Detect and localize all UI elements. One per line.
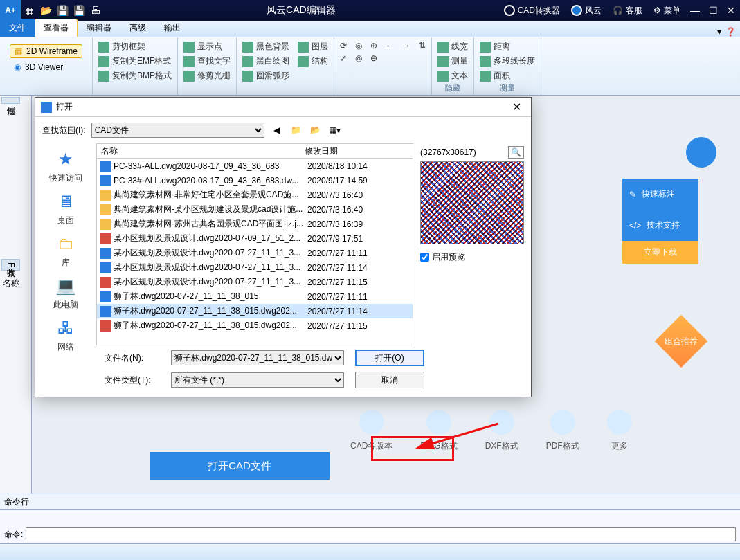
side-quick-access[interactable]: ★快速访问	[49, 149, 82, 184]
ribbon-copy-bmp[interactable]: 复制为BMP格式	[98, 69, 172, 82]
fmt-cad[interactable]: CAD各版本	[350, 410, 392, 452]
file-row[interactable]: 狮子林.dwg2020-07-27_11_11_38_015.dwg202...…	[97, 304, 413, 318]
enable-preview-checkbox[interactable]: 启用预览	[420, 247, 524, 263]
ribbon-find-text[interactable]: 查找文字	[183, 55, 231, 68]
ribbon-distance[interactable]: 距离	[480, 40, 535, 53]
new-icon[interactable]: ▦	[21, 5, 37, 16]
ribbon-show-points[interactable]: 显示点	[183, 40, 231, 53]
favorites-panel-tab[interactable]: 收藏F	[1, 259, 20, 271]
ribbon: ▦2D Wireframe ◉3D Viewer 剪切框架 复制为EMF格式 复…	[0, 37, 740, 96]
preview-zoom-icon[interactable]: 🔍	[508, 146, 524, 159]
file-list-header[interactable]: 名称 修改日期	[96, 143, 413, 159]
ribbon-cut-frame[interactable]: 剪切框架	[98, 40, 172, 53]
file-list[interactable]: PC-33#-ALL.dwg2020-08-17_09_43_36_683202…	[96, 159, 413, 345]
filename-field[interactable]: 狮子林.dwg2020-07-27_11_11_38_015.dwg	[171, 350, 344, 365]
side-desktop[interactable]: 🖥桌面	[53, 191, 78, 226]
close-icon[interactable]: ✕	[722, 5, 740, 16]
save-icon[interactable]: 💾	[54, 5, 71, 16]
help-icon[interactable]: ❓	[725, 27, 736, 37]
file-row[interactable]: 某小区规划及景观设计.dwg2020-07-09_17_51_2...2020/…	[97, 231, 413, 246]
fengyun-button[interactable]: 风云	[566, 0, 607, 21]
cancel-button[interactable]: 取消	[355, 372, 424, 388]
open-cad-button[interactable]: 打开CAD文件	[150, 452, 330, 480]
title-bar: A+ ▦ 📂 💾 💾 🖶 风云CAD编辑器 CAD转换器 风云 🎧客服 ⚙菜单 …	[0, 0, 740, 21]
ribbon-area[interactable]: 面积	[480, 69, 535, 82]
back-icon[interactable]: ◀	[270, 123, 284, 137]
file-row[interactable]: 典尚建筑素材网-某小区规划建设及景观cad设计施...2020/7/3 16:4…	[97, 202, 413, 217]
tab-output[interactable]: 输出	[155, 19, 190, 37]
ribbon-nav2[interactable]: ⤢	[340, 53, 347, 64]
ribbon-nav5[interactable]: ⊕	[370, 40, 377, 51]
filetype-label: 文件类型(T):	[105, 374, 160, 386]
tab-editor[interactable]: 编辑器	[78, 19, 120, 37]
maximize-icon[interactable]: ☐	[704, 5, 722, 16]
dialog-close-icon[interactable]: ✕	[508, 100, 525, 114]
side-quick-annotate[interactable]: ✎快速标注	[622, 179, 698, 210]
ribbon-linewidth[interactable]: 线宽	[437, 40, 468, 53]
menu-bar: 文件 查看器 编辑器 高级 输出 ▾ ❓	[0, 21, 740, 37]
ribbon-trim-raster[interactable]: 修剪光栅	[183, 69, 231, 82]
ribbon-nav3[interactable]: ◎	[355, 40, 362, 51]
view-menu-icon[interactable]: ▦▾	[328, 123, 342, 137]
fmt-pdf[interactable]: PDF格式	[546, 410, 579, 452]
preview-dimensions: (32767x30617)	[420, 146, 476, 159]
file-row[interactable]: 典尚建筑素材网-非常好住宅小区全套景观CAD施...2020/7/3 16:40	[97, 188, 413, 202]
view-2d-wireframe[interactable]: ▦2D Wireframe	[10, 44, 82, 58]
file-row[interactable]: PC-33#-ALL.dwg2020-08-17_09_43_36_683202…	[97, 159, 413, 173]
ribbon-nav7[interactable]: ←	[386, 40, 394, 51]
open-dialog: 打开 ✕ 查找范围(I): CAD文件 ◀ 📁 📂 ▦▾ ★快速访问 🖥桌面 🗀…	[35, 97, 532, 397]
properties-panel-tab[interactable]: 属性	[1, 97, 20, 104]
side-download[interactable]: 立即下载	[622, 241, 698, 264]
ribbon-structure[interactable]: 结构	[298, 55, 328, 68]
dropdown-icon[interactable]: ▾	[717, 27, 721, 37]
ribbon-nav1[interactable]: ⟳	[340, 40, 347, 51]
app-logo-icon: A+	[0, 0, 21, 21]
file-row[interactable]: 某小区规划及景观设计.dwg2020-07-27_11_11_3...2020/…	[97, 260, 413, 275]
fmt-more[interactable]: 更多	[607, 410, 632, 452]
ribbon-nav9[interactable]: ⇅	[419, 40, 426, 51]
open-button[interactable]: 打开(O)	[355, 350, 424, 366]
side-libraries[interactable]: 🗀库	[53, 233, 78, 269]
print-icon[interactable]: 🖶	[87, 5, 104, 16]
file-row[interactable]: 狮子林.dwg2020-07-27_11_11_38_0152020/7/27 …	[97, 289, 413, 304]
side-tech-support[interactable]: </>技术支持	[622, 210, 698, 241]
ribbon-layers[interactable]: 图层	[298, 40, 328, 53]
ribbon-smooth-arc[interactable]: 圆滑弧形	[242, 69, 289, 82]
tab-viewer[interactable]: 查看器	[35, 19, 78, 37]
preview-pane: (32767x30617)🔍 启用预览	[413, 143, 531, 345]
command-input[interactable]	[26, 527, 736, 541]
tab-advanced[interactable]: 高级	[120, 19, 155, 37]
file-row[interactable]: 某小区规划及景观设计.dwg2020-07-27_11_11_3...2020/…	[97, 246, 413, 260]
view-3d-viewer[interactable]: ◉3D Viewer	[10, 61, 82, 73]
cad-converter-button[interactable]: CAD转换器	[498, 0, 566, 21]
fmt-dxf[interactable]: DXF格式	[485, 410, 518, 452]
file-row[interactable]: 典尚建筑素材网-苏州古典名园景观CAD平面图-jz.j...2020/7/3 1…	[97, 217, 413, 231]
ribbon-copy-emf[interactable]: 复制为EMF格式	[98, 55, 172, 68]
filetype-field[interactable]: 所有文件 (*.*)	[171, 372, 344, 388]
ribbon-bw-draw[interactable]: 黑白绘图	[242, 55, 289, 68]
translate-fab-icon[interactable]	[686, 137, 716, 168]
ribbon-measure[interactable]: 测量	[437, 55, 468, 68]
ribbon-polyline-len[interactable]: 多段线长度	[480, 55, 535, 68]
open-icon[interactable]: 📂	[37, 5, 54, 16]
ribbon-nav6[interactable]: ⊖	[370, 53, 377, 64]
up-icon[interactable]: 📁	[289, 123, 303, 137]
ribbon-nav4[interactable]: ◎	[355, 53, 362, 64]
ribbon-nav8[interactable]: →	[402, 40, 410, 51]
side-card: ✎快速标注 </>技术支持 立即下载	[622, 179, 698, 264]
support-button[interactable]: 🎧客服	[607, 0, 648, 21]
new-folder-icon[interactable]: 📂	[309, 123, 323, 137]
file-row[interactable]: 某小区规划及景观设计.dwg2020-07-27_11_11_3...2020/…	[97, 275, 413, 289]
saveas-icon[interactable]: 💾	[71, 5, 87, 16]
ribbon-black-bg[interactable]: 黑色背景	[242, 40, 289, 53]
look-in-label: 查找范围(I):	[42, 125, 86, 136]
fmt-dwg[interactable]: DWG格式	[420, 410, 457, 452]
side-this-pc[interactable]: 💻此电脑	[53, 276, 78, 311]
tab-file[interactable]: 文件	[0, 19, 35, 37]
menu-button[interactable]: ⚙菜单	[648, 0, 686, 21]
file-row[interactable]: PC-33#-ALL.dwg2020-08-17_09_43_36_683.dw…	[97, 173, 413, 188]
look-in-select[interactable]: CAD文件	[91, 123, 264, 138]
ribbon-text[interactable]: 文本	[437, 69, 468, 82]
minimize-icon[interactable]: —	[686, 5, 704, 16]
file-row[interactable]: 狮子林.dwg2020-07-27_11_11_38_015.dwg202...…	[97, 318, 413, 333]
